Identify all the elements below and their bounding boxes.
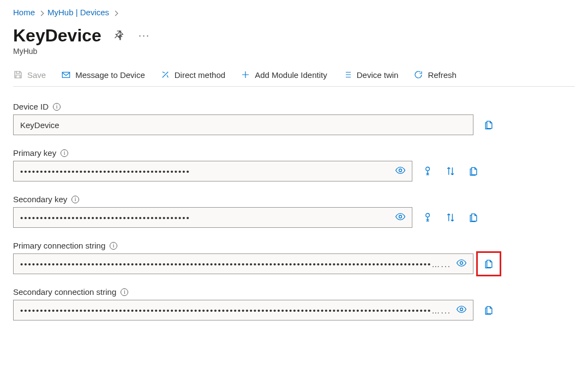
regenerate-key-icon[interactable]: [420, 210, 435, 225]
device-id-label: Device ID: [13, 102, 49, 111]
svg-point-3: [399, 215, 402, 218]
copy-icon[interactable]: [481, 303, 496, 318]
plus-icon: [241, 70, 250, 80]
direct-method-button[interactable]: Direct method: [160, 70, 225, 80]
message-to-device-button[interactable]: Message to Device: [61, 70, 145, 80]
primary-key-input[interactable]: ••••••••••••••••••••••••••••••••••••••••…: [13, 161, 412, 182]
device-id-field: Device ID i: [13, 102, 526, 135]
info-icon[interactable]: i: [71, 196, 79, 203]
svg-point-2: [426, 167, 430, 171]
secondary-connection-string-field: Secondary connection string i ••••••••••…: [13, 287, 526, 320]
secondary-conn-input[interactable]: ••••••••••••••••••••••••••••••••••••••••…: [13, 300, 473, 320]
subtitle: MyHub: [13, 47, 575, 56]
swap-keys-icon[interactable]: [443, 164, 458, 179]
refresh-label: Refresh: [428, 70, 457, 80]
svg-rect-0: [62, 72, 70, 78]
more-icon[interactable]: ···: [136, 28, 152, 44]
page-title: KeyDevice: [13, 26, 101, 46]
svg-point-5: [460, 262, 463, 264]
add-module-identity-button[interactable]: Add Module Identity: [241, 70, 327, 80]
copy-icon[interactable]: [466, 210, 481, 225]
reveal-icon[interactable]: [393, 163, 408, 180]
chevron-right-icon: [39, 8, 43, 17]
toolbar: Save Message to Device Direct method Add…: [13, 65, 575, 87]
info-icon[interactable]: i: [110, 242, 117, 250]
save-icon: [13, 70, 23, 80]
addmodule-label: Add Module Identity: [255, 70, 327, 80]
info-icon[interactable]: i: [61, 149, 68, 157]
copy-icon[interactable]: [466, 164, 481, 179]
primary-conn-input[interactable]: ••••••••••••••••••••••••••••••••••••••••…: [13, 253, 473, 274]
secondary-key-field: Secondary key i ••••••••••••••••••••••••…: [13, 195, 526, 228]
copy-icon[interactable]: [481, 256, 496, 271]
direct-method-icon: [160, 70, 170, 80]
breadcrumb-home[interactable]: Home: [13, 8, 35, 17]
direct-label: Direct method: [175, 70, 225, 80]
reveal-icon[interactable]: [454, 256, 469, 273]
pin-icon[interactable]: [111, 27, 127, 44]
message-label: Message to Device: [75, 70, 145, 80]
info-icon[interactable]: i: [121, 288, 128, 296]
svg-point-1: [399, 169, 402, 172]
svg-point-6: [460, 308, 463, 311]
mail-icon: [61, 70, 71, 80]
breadcrumb: Home MyHub | Devices: [13, 8, 575, 17]
refresh-icon: [413, 70, 423, 80]
svg-point-4: [426, 214, 430, 217]
device-id-input[interactable]: [13, 114, 473, 135]
regenerate-key-icon[interactable]: [420, 164, 435, 179]
secondary-key-label: Secondary key: [13, 195, 67, 204]
save-button: Save: [13, 70, 46, 80]
chevron-right-icon: [113, 8, 117, 17]
highlighted-copy-box: [476, 251, 501, 276]
twin-label: Device twin: [357, 70, 399, 80]
refresh-button[interactable]: Refresh: [413, 70, 457, 80]
reveal-icon[interactable]: [393, 209, 408, 226]
primary-conn-label: Primary connection string: [13, 241, 105, 250]
swap-keys-icon[interactable]: [443, 210, 458, 225]
reveal-icon[interactable]: [454, 302, 469, 319]
secondary-conn-label: Secondary connection string: [13, 287, 116, 297]
primary-key-label: Primary key: [13, 148, 56, 158]
primary-key-field: Primary key i ••••••••••••••••••••••••••…: [13, 148, 526, 182]
breadcrumb-hub-devices[interactable]: MyHub | Devices: [47, 8, 109, 17]
device-twin-button[interactable]: Device twin: [343, 70, 399, 80]
copy-icon[interactable]: [481, 117, 496, 132]
list-icon: [343, 70, 352, 80]
save-label: Save: [27, 70, 46, 80]
info-icon[interactable]: i: [53, 103, 61, 111]
primary-connection-string-field: Primary connection string i ••••••••••••…: [13, 241, 526, 274]
secondary-key-input[interactable]: ••••••••••••••••••••••••••••••••••••••••…: [13, 207, 412, 228]
